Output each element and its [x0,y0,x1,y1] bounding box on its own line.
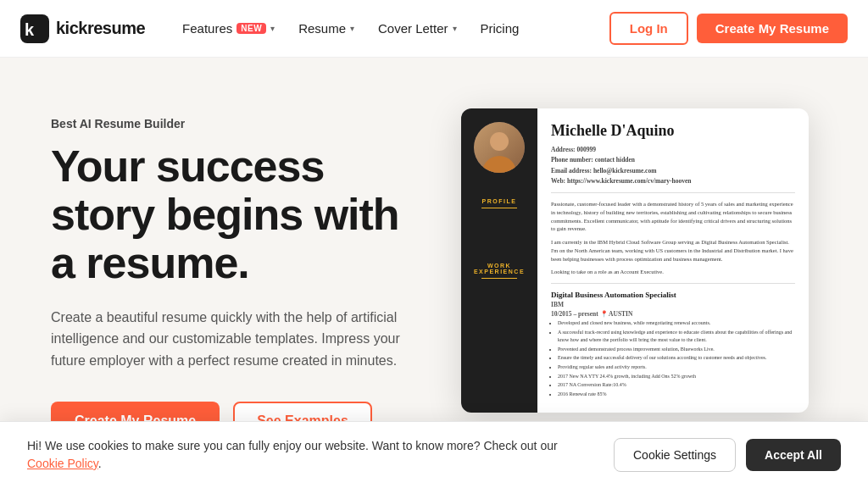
cookie-accept-button[interactable]: Accept All [746,439,841,441]
resume-job-company: IBM [551,301,795,308]
cover-letter-label: Cover Letter [378,21,448,36]
nav-features[interactable]: Features NEW ▾ [172,14,285,42]
features-chevron-icon: ▾ [270,24,275,33]
resume-bullet-item: Developed and closed new business, while… [558,319,795,328]
resume-phone: Phone number: contact hidden [551,155,795,164]
resume-address: Address: 000999 [551,145,795,154]
hero-title: Your success story begins with a resume. [51,142,427,288]
sidebar-divider-1 [481,208,517,208]
navbar: k kickresume Features NEW ▾ Resume ▾ Cov… [0,0,868,58]
resume-divider-2 [551,283,795,284]
cookie-actions: Cookie Settings Accept All [614,438,841,441]
nav-actions: Log In Create My Resume [609,12,848,45]
features-badge: NEW [236,23,266,34]
work-section-label: WORK EXPERIENCE [470,263,529,274]
resume-bullet-item: 2017 New NA YTY 24.4% growth, including … [558,373,795,381]
logo-text: kickresume [56,19,145,38]
cover-letter-chevron-icon: ▾ [453,24,457,33]
resume-preview-card: PROFILE WORK EXPERIENCE Michelle D'Aquin… [461,108,809,413]
hero-description: Create a beautiful resume quickly with t… [51,307,424,372]
cookie-settings-button[interactable]: Cookie Settings [614,438,736,441]
resume-email: Email address: hello@kickresume.com [551,166,795,175]
cookie-text: Hi! We use cookies to make sure you can … [27,437,597,441]
hero-label: Best AI Resume Builder [51,117,427,130]
resume-bullet-item: Ensure the timely and successful deliver… [558,354,795,363]
logo-link[interactable]: k kickresume [20,14,145,43]
resume-sidebar: PROFILE WORK EXPERIENCE [461,108,537,413]
avatar-image [474,122,525,173]
nav-links: Features NEW ▾ Resume ▾ Cover Letter ▾ P… [172,14,609,42]
resume-bullet-item: 2017 NA Conversion Rate:10.4% [558,381,795,390]
svg-text:k: k [25,20,35,39]
nav-cover-letter[interactable]: Cover Letter ▾ [368,14,467,42]
features-label: Features [182,21,232,36]
resume-job-title: Digital Business Automation Specialist [551,291,795,299]
resume-main-content: Michelle D'Aquino Address: 000999 Phone … [537,108,809,413]
resume-web: Web: https://www.kickresume.com/cv/mary-… [551,176,795,186]
resume-job-bullets: Developed and closed new business, while… [551,319,795,398]
cookie-banner: Hi! We use cookies to make sure you can … [0,421,868,441]
resume-looking: Looking to take on a role as an Account … [551,268,795,276]
nav-pricing[interactable]: Pricing [470,14,530,42]
nav-resume[interactable]: Resume ▾ [288,14,364,42]
hero-right: PROFILE WORK EXPERIENCE Michelle D'Aquin… [461,108,817,413]
logo-icon: k [20,14,49,43]
create-resume-button[interactable]: Create My Resume [697,14,848,43]
login-button[interactable]: Log In [609,12,688,45]
resume-name: Michelle D'Aquino [551,122,795,140]
sidebar-divider-2 [481,278,517,279]
resume-bullet-item: Providing regular sales and activity rep… [558,363,795,372]
profile-section-label: PROFILE [482,198,517,204]
resume-chevron-icon: ▾ [350,24,354,33]
resume-summary-1: Passionate, customer-focused leader with… [551,200,795,233]
resume-bullet-item: 2016 Renewal rate 85% [558,391,795,399]
resume-job-date: 10/2015 – present 📍 AUSTIN [551,310,795,318]
resume-avatar [474,122,525,173]
resume-bullet-item: Prevented and demonstrated process impro… [558,346,795,354]
resume-summary-2: I am currently in the IBM Hybrid Cloud S… [551,238,795,263]
hero-section: Best AI Resume Builder Your success stor… [0,58,868,441]
hero-left: Best AI Resume Builder Your success stor… [51,108,427,441]
resume-label: Resume [298,21,346,36]
resume-divider-1 [551,192,795,193]
resume-bullet-item: A successful track-record using knowledg… [558,329,795,345]
